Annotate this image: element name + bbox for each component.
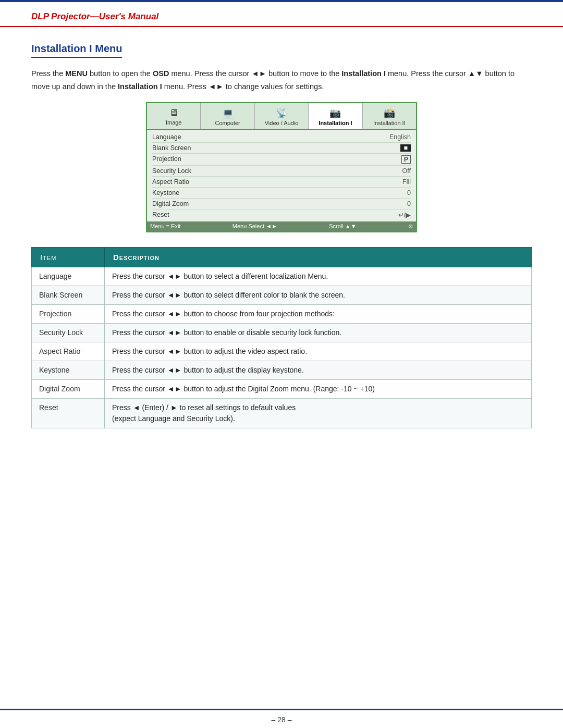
installation-ii-tab-icon: 📸 [365,107,414,119]
image-tab-icon: 🖥 [149,107,198,118]
osd-row-keystone: Keystone 0 [152,188,411,199]
item-reset: Reset [32,399,105,428]
menu-keyword: MENU [65,69,88,78]
osd-footer-icon: ⊙ [408,223,413,230]
osd-tab-video-audio: 📡 Video / Audio [255,103,309,129]
osd-label-security-lock: Security Lock [152,167,191,175]
item-keystone: Keystone [32,361,105,380]
desc-language: Press the cursor ◄► button to select a d… [105,267,532,286]
osd-footer-scroll: Scroll ▲▼ [329,223,356,230]
osd-value-reset: ↵/▶ [398,211,411,219]
osd-value-digital-zoom: 0 [407,200,411,207]
osd-row-blank-screen: Blank Screen ■ [152,143,411,154]
osd-label-blank-screen: Blank Screen [152,144,191,152]
intro-paragraph: Press the MENU button to open the OSD me… [31,67,532,93]
desc-digital-zoom: Press the cursor ◄► button to adjust the… [105,380,532,399]
osd-tab-image: 🖥 Image [147,103,201,129]
osd-screenshot: 🖥 Image 💻 Computer 📡 Video / Audio 📷 Ins… [31,102,532,232]
desc-aspect-ratio: Press the cursor ◄► button to adjust the… [105,342,532,361]
osd-menu-box: 🖥 Image 💻 Computer 📡 Video / Audio 📷 Ins… [146,102,417,232]
desc-reset: Press ◄ (Enter) / ► to reset all setting… [105,399,532,428]
osd-footer-exit: Menu = Exit [150,223,180,230]
item-digital-zoom: Digital Zoom [32,380,105,399]
image-tab-label: Image [166,119,182,126]
osd-tab-installation-i: 📷 Installation I [309,103,362,129]
manual-title: DLP Projector—User's Manual [31,11,158,21]
col-header-description: Description [105,248,532,267]
osd-value-projection: P [401,155,411,164]
osd-label-reset: Reset [152,211,169,219]
page-header: DLP Projector—User's Manual [0,2,563,27]
description-table: Item Description Language Press the curs… [31,247,532,428]
osd-label-keystone: Keystone [152,189,179,196]
page-number: – 28 – [272,715,292,724]
osd-label-aspect-ratio: Aspect Ratio [152,178,189,186]
installation-i-keyword: Installation I [118,82,162,91]
installation-i-tab-icon: 📷 [311,107,360,119]
main-content: Installation I Menu Press the MENU butto… [0,27,563,449]
desc-projection: Press the cursor ◄► button to choose fro… [105,305,532,324]
osd-value-language: English [389,133,411,141]
osd-label-digital-zoom: Digital Zoom [152,200,189,207]
osd-label-projection: Projection [152,155,181,164]
item-projection: Projection [32,305,105,324]
table-header-row: Item Description [32,248,532,267]
installation-ii-tab-label: Installation II [373,120,406,126]
table-row: Blank Screen Press the cursor ◄► button … [32,286,532,305]
video-audio-tab-icon: 📡 [257,107,306,119]
osd-value-security-lock: Off [402,167,411,175]
osd-value-keystone: 0 [407,189,411,196]
installation-keyword: Installation I [341,69,386,78]
computer-tab-icon: 💻 [203,107,252,119]
desc-blank-screen: Press the cursor ◄► button to select dif… [105,286,532,305]
computer-tab-label: Computer [215,120,240,126]
osd-row-security-lock: Security Lock Off [152,166,411,177]
installation-i-tab-label: Installation I [319,120,352,126]
osd-value-aspect-ratio: Fill [402,178,411,186]
osd-tab-computer: 💻 Computer [201,103,254,129]
section-heading: Installation I Menu [31,43,532,67]
table-row: Aspect Ratio Press the cursor ◄► button … [32,342,532,361]
table-row: Digital Zoom Press the cursor ◄► button … [32,380,532,399]
item-language: Language [32,267,105,286]
table-row: Security Lock Press the cursor ◄► button… [32,324,532,342]
osd-row-projection: Projection P [152,154,411,166]
table-row: Reset Press ◄ (Enter) / ► to reset all s… [32,399,532,428]
osd-row-reset: Reset ↵/▶ [152,209,411,220]
osd-value-blank-screen: ■ [400,144,411,152]
osd-row-aspect-ratio: Aspect Ratio Fill [152,177,411,188]
desc-security-lock: Press the cursor ◄► button to enable or … [105,324,532,342]
item-security-lock: Security Lock [32,324,105,342]
item-aspect-ratio: Aspect Ratio [32,342,105,361]
table-row: Keystone Press the cursor ◄► button to a… [32,361,532,380]
desc-keystone: Press the cursor ◄► button to adjust the… [105,361,532,380]
osd-footer-select: Menu Select ◄► [232,223,277,230]
osd-label-language: Language [152,133,181,141]
osd-tab-bar: 🖥 Image 💻 Computer 📡 Video / Audio 📷 Ins… [147,103,416,130]
osd-row-digital-zoom: Digital Zoom 0 [152,199,411,209]
osd-row-language: Language English [152,132,411,143]
col-header-item: Item [32,248,105,267]
osd-keyword: OSD [153,69,169,78]
page-footer: – 28 – [0,709,563,728]
video-audio-tab-label: Video / Audio [265,120,299,126]
table-row: Language Press the cursor ◄► button to s… [32,267,532,286]
table-row: Projection Press the cursor ◄► button to… [32,305,532,324]
osd-menu-rows: Language English Blank Screen ■ Projecti… [147,130,416,221]
osd-tab-installation-ii: 📸 Installation II [363,103,416,129]
item-blank-screen: Blank Screen [32,286,105,305]
osd-footer: Menu = Exit Menu Select ◄► Scroll ▲▼ ⊙ [147,221,416,231]
